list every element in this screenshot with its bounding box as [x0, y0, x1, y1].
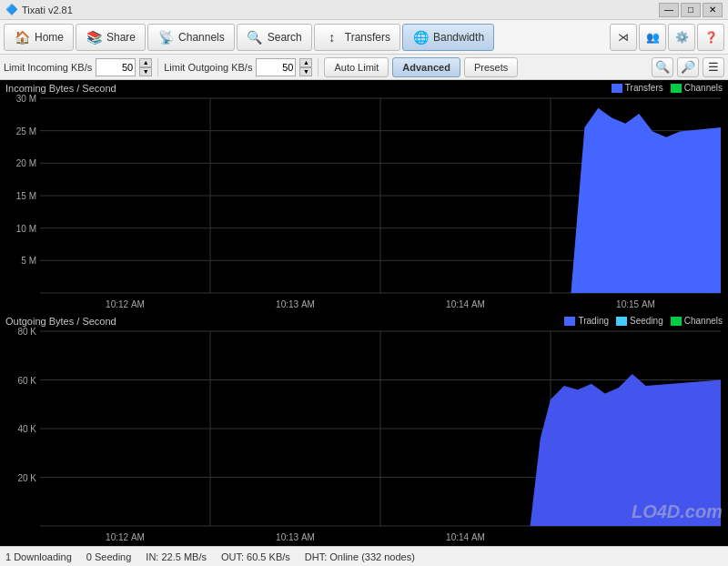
title-bar: 🔷 Tixati v2.81 — □ ✕ [0, 0, 728, 20]
limit-outgoing-label: Limit Outgoing KB/s [164, 62, 252, 73]
legend-trading-color [564, 317, 575, 326]
help-icon-button[interactable]: ❓ [697, 24, 724, 51]
zoom-out-button[interactable]: 🔎 [677, 57, 699, 77]
legend-transfers-color [612, 84, 622, 93]
dht-status: DHT: Online (332 nodes) [305, 551, 415, 562]
legend-trading-label: Trading [578, 316, 609, 326]
legend-channels-outgoing: Channels [671, 316, 723, 326]
share-label: Share [106, 31, 136, 44]
share-icon: 📚 [86, 29, 102, 45]
separator-2 [318, 58, 318, 76]
legend-seeding-label: Seeding [630, 316, 663, 326]
incoming-chart-title: Incoming Bytes / Second [5, 83, 116, 94]
outgoing-canvas [0, 313, 728, 546]
spin-up-outgoing[interactable]: ▲ [299, 58, 312, 67]
limit-outgoing-spinner[interactable]: ▲ ▼ [299, 58, 312, 76]
home-label: Home [35, 31, 64, 44]
channels-label: Channels [178, 31, 225, 44]
secondary-toolbar: Limit Incoming KB/s ▲ ▼ Limit Outgoing K… [0, 55, 728, 80]
bandwidth-icon: 🌐 [412, 29, 429, 45]
close-button[interactable]: ✕ [703, 3, 723, 17]
title-text: Tixati v2.81 [22, 5, 73, 15]
channels-button[interactable]: 📡 Channels [147, 24, 235, 51]
bandwidth-label: Bandwidth [433, 31, 484, 44]
users-icon-button[interactable]: 👥 [639, 24, 666, 51]
legend-channels-out-color [671, 317, 682, 326]
outgoing-chart-title: Outgoing Bytes / Second [5, 316, 116, 327]
charts-area: Incoming Bytes / Second Transfers Channe… [0, 80, 728, 546]
users-icon: 👥 [646, 31, 660, 44]
auto-limit-button[interactable]: Auto Limit [324, 57, 389, 77]
presets-button[interactable]: Presets [464, 57, 518, 77]
transfers-button[interactable]: ↕️ Transfers [314, 24, 400, 51]
channels-icon: 📡 [157, 29, 174, 45]
spin-down-outgoing[interactable]: ▼ [299, 67, 312, 76]
home-icon: 🏠 [14, 29, 30, 45]
spin-up-incoming[interactable]: ▲ [139, 58, 152, 67]
out-speed-status: OUT: 60.5 KB/s [221, 551, 290, 562]
help-icon: ❓ [704, 31, 718, 44]
window-controls: — □ ✕ [659, 3, 723, 17]
legend-channels-out-label: Channels [684, 316, 723, 326]
legend-channels-incoming: Channels [671, 83, 723, 93]
list-view-button[interactable]: ☰ [703, 57, 724, 77]
home-button[interactable]: 🏠 Home [4, 24, 74, 51]
limit-incoming-label: Limit Incoming KB/s [4, 62, 92, 73]
separator-1 [157, 58, 158, 76]
settings-icon: ⚙️ [675, 31, 689, 44]
seeding-status: 0 Seeding [86, 551, 132, 562]
minimize-button[interactable]: — [659, 3, 679, 17]
legend-transfers: Transfers [612, 83, 663, 93]
outgoing-chart-legend: Trading Seeding Channels [564, 316, 723, 326]
legend-channels-color [671, 84, 682, 93]
limit-incoming-input[interactable] [96, 58, 136, 76]
settings-icon-button[interactable]: ⚙️ [668, 24, 695, 51]
legend-seeding-color [616, 317, 627, 326]
watermark: LO4D.com [632, 501, 723, 522]
legend-trading: Trading [564, 316, 609, 326]
share-button[interactable]: 📚 Share [76, 24, 146, 51]
transfers-label: Transfers [345, 31, 390, 44]
outgoing-chart: Outgoing Bytes / Second Trading Seeding … [0, 313, 728, 546]
legend-seeding: Seeding [616, 316, 663, 326]
maximize-button[interactable]: □ [681, 3, 701, 17]
network-icon-button[interactable]: ⋊ [610, 24, 637, 51]
incoming-chart-legend: Transfers Channels [612, 83, 723, 93]
incoming-canvas [0, 80, 728, 313]
app-icon: 🔷 [5, 4, 18, 15]
search-icon: 🔍 [247, 29, 263, 45]
network-icon: ⋊ [618, 31, 629, 44]
incoming-chart: Incoming Bytes / Second Transfers Channe… [0, 80, 728, 313]
legend-transfers-label: Transfers [625, 83, 663, 93]
app-title: 🔷 Tixati v2.81 [5, 4, 73, 15]
limit-incoming-spinner[interactable]: ▲ ▼ [139, 58, 152, 76]
in-speed-status: IN: 22.5 MB/s [146, 551, 207, 562]
downloading-status: 1 Downloading [5, 551, 72, 562]
search-button[interactable]: 🔍 Search [237, 24, 312, 51]
status-bar: 1 Downloading 0 Seeding IN: 22.5 MB/s OU… [0, 546, 728, 566]
zoom-in-button[interactable]: 🔍 [652, 57, 673, 77]
limit-outgoing-input[interactable] [256, 58, 296, 76]
legend-channels-label: Channels [684, 83, 723, 93]
main-toolbar: 🏠 Home 📚 Share 📡 Channels 🔍 Search ↕️ Tr… [0, 20, 728, 55]
search-label: Search [268, 31, 302, 44]
transfers-icon: ↕️ [324, 29, 340, 45]
advanced-button[interactable]: Advanced [392, 57, 460, 77]
bandwidth-button[interactable]: 🌐 Bandwidth [402, 24, 494, 51]
spin-down-incoming[interactable]: ▼ [139, 67, 152, 76]
